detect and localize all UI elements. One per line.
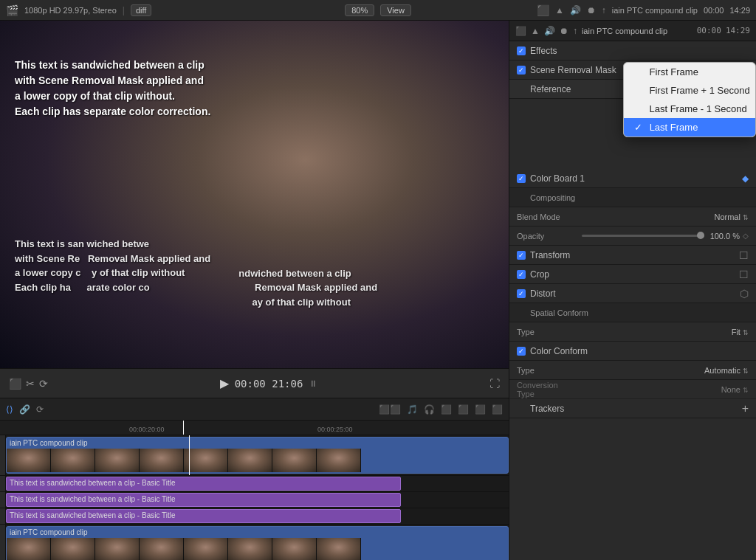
loop-icon[interactable]: ⬛ [9,378,21,390]
timeline-icon-6[interactable]: 🎧 [424,404,435,415]
timeline-icon-9[interactable]: ⬛ [475,404,486,415]
top-bar: 🎬 1080p HD 29.97p, Stereo | diff 80% Vie… [0,0,756,21]
dropdown-item-last-frame-minus[interactable]: Last Frame - 1 Second [624,100,755,118]
top-bar-center: 80% View [345,4,411,16]
scene-removal-checkbox[interactable]: ✓ [517,66,526,75]
crop-checkbox[interactable]: ✓ [517,270,526,279]
clip-main[interactable]: iain PTC compound clip [6,437,509,474]
conversion-type-text: None [721,385,740,394]
timeline-icon-10[interactable]: ⬛ [492,404,503,415]
blend-mode-row[interactable]: Blend Mode Normal ⇅ [509,207,756,227]
color-type-row[interactable]: Type Automatic ⇅ [509,361,756,380]
trim-icon[interactable]: ✂ [26,378,35,390]
color-board-label: Color Board 1 [530,173,742,184]
opacity-value: 100.0 % [710,232,740,241]
timeline-ruler: 00:00:20:00 00:00:25:00 [0,421,509,435]
diff-badge[interactable]: diff [131,4,151,16]
trackers-add-button[interactable]: + [742,402,749,415]
track-label-main [0,435,6,475]
transform-checkbox[interactable]: ✓ [517,251,526,260]
opacity-row[interactable]: Opacity 100.0 % ◇ [509,227,756,246]
fullscreen-button[interactable]: ⛶ [489,378,500,390]
spatial-type-row[interactable]: Type Fit ⇅ [509,322,756,342]
share-icon: ↑ [602,5,606,15]
transform-row[interactable]: ✓ Transform ☐ [509,246,756,265]
clip-lower[interactable]: iain PTC compound clip [6,526,509,560]
share-header-icon: ↑ [573,26,577,36]
color-board-checkbox[interactable]: ✓ [517,174,526,183]
blend-mode-value[interactable]: Normal ⇅ [576,212,749,221]
transport-right: ⛶ [489,378,500,390]
ruler-mark-1: 00:00:20:00 [129,421,165,435]
thumb-4 [140,449,184,472]
timeline-icon-3[interactable]: ⟳ [36,404,44,415]
opacity-slider[interactable] [582,235,704,237]
view-button[interactable]: View [380,4,411,16]
color-conform-row[interactable]: ✓ Color Conform [509,342,756,361]
trackers-row[interactable]: Trackers + [509,399,756,418]
play-button[interactable]: ▶ [220,376,229,390]
timeline-icon-2[interactable]: 🔗 [19,404,30,415]
color-conform-label: Color Conform [530,346,749,356]
distort-expand-icon[interactable]: ⬡ [740,288,749,300]
crop-expand-icon[interactable]: ☐ [739,269,749,280]
title-clip-1[interactable]: This text is sandwiched between a clip -… [6,477,401,491]
transform-expand-icon[interactable]: ☐ [739,249,749,261]
video-container[interactable]: This text is sandwiched between a clip w… [0,21,509,368]
timeline-icon-5[interactable]: 🎵 [407,404,418,415]
title-clip-2-label: This text is sandwiched between a clip -… [7,494,179,505]
dropdown-item-last-frame[interactable]: ✓ Last Frame [624,118,755,136]
title-clip-3[interactable]: This text is sandwiched between a clip -… [6,509,401,523]
track-area[interactable]: iain PTC compound clip [0,435,509,560]
trackers-label: Trackers [530,404,742,414]
distort-label: Distort [530,288,735,299]
dropdown-item-first-frame[interactable]: First Frame [624,63,755,81]
inspector-icon-header: ⬛ [515,26,526,36]
track-content-lower[interactable]: iain PTC compound clip [6,525,509,560]
blend-mode-label: Blend Mode [517,212,576,221]
track-content-t2[interactable]: This text is sandwiched between a clip -… [6,492,509,508]
effects-row[interactable]: ✓ Effects [509,41,756,61]
thumb-strip-lower [7,538,508,560]
timeline-icon-4[interactable]: ⬛⬛ [379,404,401,415]
timeline-icon-8[interactable]: ⬛ [458,404,469,415]
dropdown-label-1: First Frame [649,66,698,77]
dropdown-label-2: First Frame + 1 Second [649,85,749,96]
conversion-type-row[interactable]: Conversion Type None ⇅ [509,380,756,399]
blend-mode-value-text: Normal [714,212,740,221]
top-bar-left: 🎬 1080p HD 29.97p, Stereo | diff [6,4,336,16]
blend-stepper-icon: ⇅ [743,214,749,221]
track-content-t1[interactable]: This text is sandwiched between a clip -… [6,476,509,491]
video-overlay-text-3: ndwiched between a clip Removal Mask app… [207,266,377,310]
dropdown-item-first-frame-plus[interactable]: First Frame + 1 Second [624,81,755,100]
zoom-button[interactable]: 80% [345,4,374,16]
reference-dropdown[interactable]: First Frame First Frame + 1 Second Last … [623,62,756,137]
spatial-type-value[interactable]: Fit ⇅ [576,328,749,336]
effects-label: Effects [530,46,749,56]
timeline-icon-7[interactable]: ⬛ [441,404,452,415]
distort-checkbox[interactable]: ✓ [517,289,526,298]
timeline-icon-1[interactable]: ⟨⟩ [6,404,13,415]
track-content-t3[interactable]: This text is sandwiched between a clip -… [6,508,509,524]
effects-checkbox[interactable]: ✓ [517,46,526,55]
track-content-main[interactable]: iain PTC compound clip [6,435,509,475]
color-conform-checkbox[interactable]: ✓ [517,347,526,356]
color-type-value[interactable]: Automatic ⇅ [576,366,749,375]
thumb-1 [7,449,51,472]
inspector-timecode: 00:00 [697,26,721,35]
conversion-type-value[interactable]: None ⇅ [576,385,749,394]
video-background: This text is sandwiched between a clip w… [0,21,509,368]
color-board-icon: ◆ [742,173,749,184]
thumb-5 [184,449,228,472]
playhead[interactable] [183,421,184,435]
distort-row[interactable]: ✓ Distort ⬡ [509,284,756,303]
thumb-6 [228,449,272,472]
title-clip-2[interactable]: This text is sandwiched between a clip -… [6,493,401,507]
title-clip-1-label: This text is sandwiched between a clip -… [7,477,179,488]
ruler-label-2: 00:00:25:00 [317,426,353,433]
speaker-icon: 🔊 [570,5,581,15]
color-board-row[interactable]: ✓ Color Board 1 ◆ [509,169,756,188]
speed-icon[interactable]: ⟳ [39,378,48,390]
crop-row[interactable]: ✓ Crop ☐ [509,265,756,284]
timecode-display: 00:00 21:06 [235,378,303,390]
